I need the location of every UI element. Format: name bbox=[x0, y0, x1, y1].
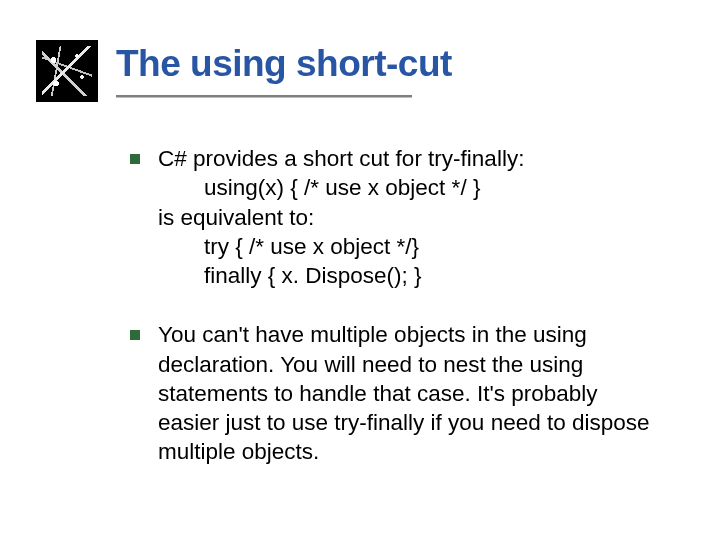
bullet-icon bbox=[130, 154, 140, 164]
bullet-item: C# provides a short cut for try-finally:… bbox=[130, 144, 664, 290]
slide-content: C# provides a short cut for try-finally:… bbox=[36, 108, 684, 467]
bullet-line-indent: using(x) { /* use x object */ } bbox=[158, 173, 524, 202]
title-underline bbox=[116, 95, 412, 98]
slide-header: The using short-cut bbox=[36, 40, 684, 102]
bullet-item: You can't have multiple objects in the u… bbox=[130, 320, 664, 466]
title-wrap: The using short-cut bbox=[116, 44, 452, 98]
slide-container: The using short-cut C# provides a short … bbox=[0, 0, 720, 540]
slide-title: The using short-cut bbox=[116, 44, 452, 85]
bullet-text: C# provides a short cut for try-finally:… bbox=[158, 144, 524, 290]
bullet-line: is equivalent to: bbox=[158, 205, 314, 230]
bullet-icon bbox=[130, 330, 140, 340]
bullet-line: C# provides a short cut for try-finally: bbox=[158, 146, 524, 171]
bullet-text: You can't have multiple objects in the u… bbox=[158, 320, 664, 466]
bullet-line-indent: try { /* use x object */} bbox=[158, 232, 524, 261]
bullet-line-indent: finally { x. Dispose(); } bbox=[158, 261, 524, 290]
logo-icon bbox=[36, 40, 98, 102]
